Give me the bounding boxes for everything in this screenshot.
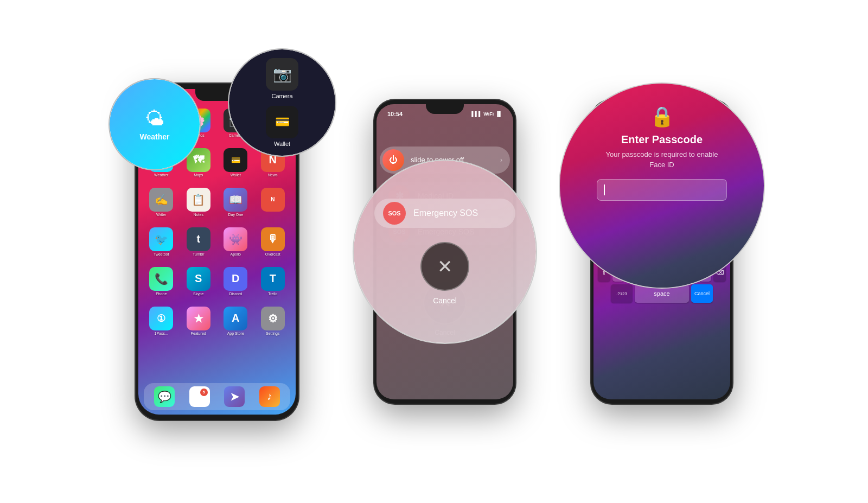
power-icon: ⏻ xyxy=(382,149,404,171)
app-label-skype: Skype xyxy=(193,292,203,296)
wallet-app-label: Wallet xyxy=(274,141,290,147)
zoom-enter-passcode-title: Enter Passcode xyxy=(621,133,703,146)
app-grid-row5: 📞 Phone S Skype D Discord T xyxy=(138,263,296,300)
sos-zoom-row: SOS Emergency SOS xyxy=(374,199,515,228)
app-label-apollo: Apollo xyxy=(231,252,241,256)
sos-zoom-label: Emergency SOS xyxy=(413,208,478,218)
zoom-lock-icon: 🔒 xyxy=(650,105,674,128)
app-grid-row4: 🐦 Tweetbot t Tumblr 👾 Apollo 🎙 xyxy=(138,223,296,260)
app-label-tumblr: Tumblr xyxy=(193,252,205,256)
dock-music[interactable]: ♪ xyxy=(259,386,280,407)
app-discord[interactable]: D Discord xyxy=(219,267,252,296)
app-overcast[interactable]: 🎙 Overcast xyxy=(257,227,290,256)
phone2-status-icons: ▌▌▌ WiFi ▐▌ xyxy=(471,111,502,117)
app-label-phone: Phone xyxy=(156,292,167,296)
app-dayone[interactable]: 📖 Day One xyxy=(219,188,252,217)
app-tweetbot[interactable]: 🐦 Tweetbot xyxy=(145,227,178,256)
phone3-zoom-circle: 🔒 Enter Passcode Your passcode is requir… xyxy=(559,82,765,289)
cancel-zoom-button[interactable]: ✕ xyxy=(420,242,469,291)
app-appstore[interactable]: A App Store xyxy=(219,307,252,335)
app-label-featured: Featured xyxy=(191,332,206,335)
app-trello[interactable]: T Trello xyxy=(257,267,290,296)
phone1-section: 🌤 Weather 📷 Camera 💳 Wallet xyxy=(103,18,331,485)
app-label-trello: Trello xyxy=(268,292,277,296)
app-label-dayone: Day One xyxy=(228,213,243,217)
app-writer[interactable]: ✍ Writer xyxy=(145,188,178,217)
app-label-news: News xyxy=(268,173,278,177)
app-skype[interactable]: S Skype xyxy=(182,267,215,296)
app-wallet[interactable]: 💳 Wallet xyxy=(219,148,252,177)
phone2-status-time: 10:54 xyxy=(387,111,403,117)
app-news2[interactable]: N xyxy=(257,188,290,217)
phone2-battery-icon: ▐▌ xyxy=(495,111,502,117)
main-container: 🌤 Weather 📷 Camera 💳 Wallet xyxy=(0,0,868,503)
sos-zoom-icon: SOS xyxy=(383,202,406,225)
app-label-settings: Settings xyxy=(266,332,279,335)
zoom-passcode-subtitle: Your passcode is required to enable Face… xyxy=(602,149,722,170)
app-label-discord: Discord xyxy=(229,292,242,296)
dock-reminders[interactable]: 5 ✓ xyxy=(189,386,210,407)
right-callout-circle: 📷 Camera 💳 Wallet xyxy=(228,48,336,157)
app-label-weather: Weather xyxy=(154,173,168,177)
cancel-zoom-section: ✕ Cancel xyxy=(420,242,469,305)
dock: 💬 5 ✓ ➤ ♪ xyxy=(144,383,290,410)
app-grid-row3: ✍ Writer 📋 Notes 📖 Day One N xyxy=(138,183,296,221)
phone2-section: 10:54 ▌▌▌ WiFi ▐▌ ⏻ slide to power off › xyxy=(347,16,542,488)
phone3-zoom-inner: 🔒 Enter Passcode Your passcode is requir… xyxy=(560,84,764,288)
cancel-zoom-label: Cancel xyxy=(433,296,457,305)
phone2-wifi-icon: WiFi xyxy=(483,111,494,117)
left-callout-circle: 🌤 Weather xyxy=(108,78,201,170)
phone2-zoom-circle: SOS Emergency SOS ✕ Cancel xyxy=(353,160,537,344)
slider-arrow-icon: › xyxy=(500,156,502,164)
app-apollo[interactable]: 👾 Apollo xyxy=(219,227,252,256)
app-label-overcast: Overcast xyxy=(265,252,280,256)
app-label-wallet: Wallet xyxy=(231,173,241,177)
zoom-passcode-input[interactable] xyxy=(597,179,727,201)
key-cancel[interactable]: Cancel xyxy=(691,284,713,303)
phone2-signal-icon: ▌▌▌ xyxy=(471,111,482,117)
cancel-zoom-x-icon: ✕ xyxy=(437,256,452,277)
phone3-section: T-Mobile ▌▌▌ WiFi ▐▌ 🔒 E xyxy=(559,16,765,488)
app-tumblr[interactable]: t Tumblr xyxy=(182,227,215,256)
weather-app-label: Weather xyxy=(140,132,170,141)
phone2-notch xyxy=(426,104,464,114)
app-label-tweetbot: Tweetbot xyxy=(154,252,169,256)
app-label-notes: Notes xyxy=(194,213,203,217)
dock-prompt[interactable]: ➤ xyxy=(224,386,245,407)
app-label-maps: Maps xyxy=(194,173,203,177)
app-settings[interactable]: ⚙ Settings xyxy=(257,307,290,335)
app-grid-row6: ① 1Pass... ★ Featured A App Store ⚙ xyxy=(138,302,296,340)
app-notes[interactable]: 📋 Notes xyxy=(182,188,215,217)
app-label-1password: 1Pass... xyxy=(155,332,168,335)
dock-messages[interactable]: 💬 xyxy=(154,386,175,407)
app-featured[interactable]: ★ Featured xyxy=(182,307,215,335)
key-num[interactable]: .?123 xyxy=(611,284,633,303)
app-phone[interactable]: 📞 Phone xyxy=(145,267,178,296)
zoom-passcode-cursor xyxy=(604,184,605,195)
app-label-writer: Writer xyxy=(156,213,167,217)
camera-app-label: Camera xyxy=(271,93,292,99)
app-label-appstore: App Store xyxy=(227,332,244,335)
app-1password[interactable]: ① 1Pass... xyxy=(145,307,178,335)
